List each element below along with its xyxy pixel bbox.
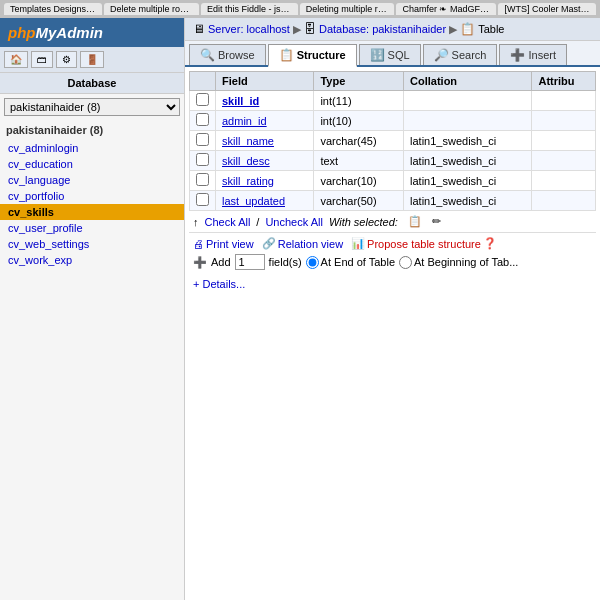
field-name-link[interactable]: last_updated [222,195,285,207]
at-end-radio[interactable] [306,256,319,269]
field-name-link[interactable]: skill_desc [222,155,270,167]
field-name-link[interactable]: skill_id [222,95,259,107]
db-select[interactable]: pakistanihaider (8) [4,98,180,116]
sidebar-item-cv_language[interactable]: cv_language [0,172,184,188]
details-row: + Details... [189,274,596,294]
header-type: Type [314,72,404,91]
tab-5[interactable]: Chamfer ❧ MadGFX - Tem... [396,3,496,15]
field-name-link[interactable]: skill_rating [222,175,274,187]
row-type: varchar(45) [314,131,404,151]
row-checkbox[interactable] [190,91,216,111]
row-field: skill_desc [216,151,314,171]
sidebar-item-cv_education[interactable]: cv_education [0,156,184,172]
separator-1: / [256,216,259,228]
row-field: skill_name [216,131,314,151]
tab-insert-label: Insert [528,49,556,61]
sidebar-item-cv_work_exp[interactable]: cv_work_exp [0,252,184,268]
uncheck-all-link[interactable]: Uncheck All [265,216,322,228]
row-checkbox[interactable] [190,171,216,191]
field-name-link[interactable]: skill_name [222,135,274,147]
row-checkbox[interactable] [190,191,216,211]
tab-browse-label: Browse [218,49,255,61]
add-label: Add [211,256,231,268]
header-field: Field [216,72,314,91]
field-name-link[interactable]: admin_id [222,115,267,127]
tabs-bar: 🔍 Browse 📋 Structure 🔢 SQL 🔎 Search ➕ In… [185,41,600,67]
with-selected-label: With selected: [329,216,398,228]
print-icon: 🖨 [193,238,204,250]
table-icon-inline: 📋 [408,215,422,228]
tab-structure[interactable]: 📋 Structure [268,44,357,67]
tab-insert[interactable]: ➕ Insert [499,44,567,65]
main-wrapper: phpMyAdmin 🏠 🗃 ⚙ 🚪 Database pakistanihai… [0,18,600,600]
table-name: Table [478,23,504,35]
row-type: int(11) [314,91,404,111]
at-beginning-label: At Beginning of Tab... [399,256,518,269]
tab-1[interactable]: Templates Designs 4 S... [4,3,102,15]
footer-links: 🖨 Print view 🔗 Relation view 📊 Propose t… [193,237,592,250]
table-icon: 📋 [460,22,475,36]
propose-icon: 📊 [351,237,365,250]
relation-icon: 🔗 [262,237,276,250]
row-collation [404,91,532,111]
browse-icon: 🔍 [200,48,215,62]
sidebar-item-cv_user_profile[interactable]: cv_user_profile [0,220,184,236]
row-attribu [532,91,596,111]
logout-icon-btn[interactable]: 🚪 [80,51,104,68]
row-attribu [532,171,596,191]
row-type: text [314,151,404,171]
content-area: 🖥 Server: localhost ▶ 🗄 Database: pakist… [185,18,600,600]
db-icon-btn[interactable]: 🗃 [31,51,53,68]
tab-structure-label: Structure [297,49,346,61]
details-link[interactable]: + Details... [193,278,245,290]
row-field: skill_rating [216,171,314,191]
table-row: skill_rating varchar(10) latin1_swedish_… [190,171,596,191]
home-icon-btn[interactable]: 🏠 [4,51,28,68]
tab-4[interactable]: Deleting multiple rows... [300,3,395,15]
sidebar-icons: 🏠 🗃 ⚙ 🚪 [0,47,184,73]
logo-text: phpMyAdmin [8,24,103,41]
propose-structure-link[interactable]: 📊 Propose table structure ❓ [351,237,497,250]
db-section-label: pakistanihaider (8) [0,120,184,140]
row-checkbox[interactable] [190,131,216,151]
tab-sql[interactable]: 🔢 SQL [359,44,421,65]
add-fields-input[interactable] [235,254,265,270]
sidebar-item-cv_skills[interactable]: cv_skills [0,204,184,220]
header-attribu: Attribu [532,72,596,91]
header-checkbox [190,72,216,91]
tab-6[interactable]: [WTS] Cooler Master 1... [498,3,596,15]
check-arrow-icon: ↑ [193,216,199,228]
sidebar-item-cv_portfolio[interactable]: cv_portfolio [0,188,184,204]
row-type: int(10) [314,111,404,131]
structure-icon: 📋 [279,48,294,62]
tab-search[interactable]: 🔎 Search [423,44,498,65]
print-view-link[interactable]: 🖨 Print view [193,238,254,250]
server-link[interactable]: Server: localhost [208,23,290,35]
browser-tabs: Templates Designs 4 S... Delete multiple… [0,0,600,18]
server-icon: 🖥 [193,22,205,36]
tab-3[interactable]: Edit this Fiddle - jsFiddle [201,3,298,15]
db-link[interactable]: Database: pakistanihaider [319,23,446,35]
sql-icon: 🔢 [370,48,385,62]
table-row: skill_desc text latin1_swedish_ci [190,151,596,171]
tab-browse[interactable]: 🔍 Browse [189,44,266,65]
row-checkbox[interactable] [190,111,216,131]
row-field: admin_id [216,111,314,131]
check-all-link[interactable]: Check All [205,216,251,228]
row-checkbox[interactable] [190,151,216,171]
row-collation: latin1_swedish_ci [404,191,532,211]
tab-2[interactable]: Delete multiple rows fr... [104,3,199,15]
row-attribu [532,131,596,151]
at-beginning-radio[interactable] [399,256,412,269]
row-field: last_updated [216,191,314,211]
fields-label: field(s) [269,256,302,268]
sidebar-item-cv_adminlogin[interactable]: cv_adminlogin [0,140,184,156]
settings-icon-btn[interactable]: ⚙ [56,51,77,68]
structure-table: Field Type Collation Attribu skill_id in… [189,71,596,211]
table-body: skill_id int(11) admin_id int(10) skill_… [190,91,596,211]
insert-icon: ➕ [510,48,525,62]
check-all-row: ↑ Check All / Uncheck All With selected:… [189,211,596,232]
relation-view-link[interactable]: 🔗 Relation view [262,237,343,250]
help-icon: ❓ [483,237,497,250]
sidebar-item-cv_web_settings[interactable]: cv_web_settings [0,236,184,252]
